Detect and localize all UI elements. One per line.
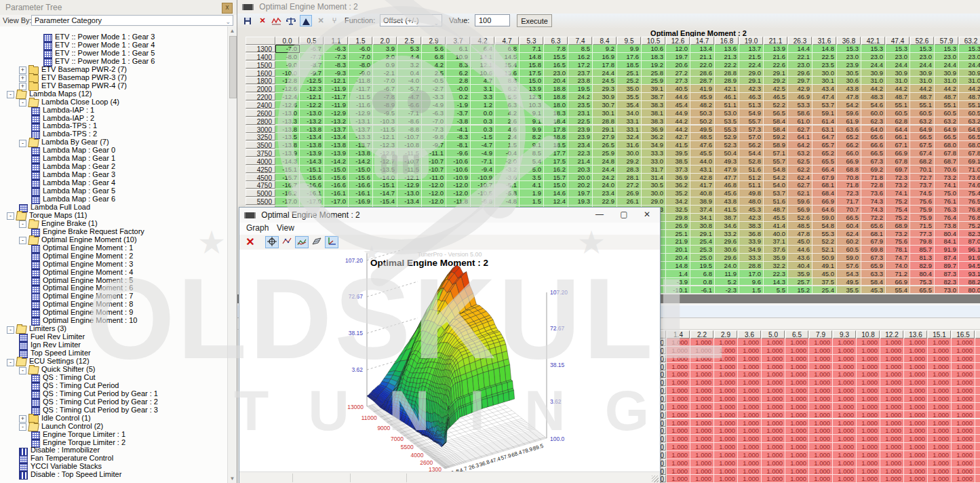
multiplier-cell[interactable]: 1.000 xyxy=(833,467,857,476)
map-cell[interactable]: 72.8 xyxy=(861,181,886,189)
map-cell[interactable]: -3.3 xyxy=(422,93,446,101)
map-cell[interactable]: 67.1 xyxy=(886,141,910,149)
map-cell[interactable]: 8.2 xyxy=(520,133,544,141)
map-cell[interactable]: 47.9 xyxy=(715,166,739,174)
map-cell[interactable]: 33.1 xyxy=(617,125,642,134)
map-cell[interactable]: -13.0 xyxy=(397,189,422,197)
map-cell[interactable]: 42.3 xyxy=(739,85,764,93)
multiplier-cell[interactable]: 1.000 xyxy=(785,347,809,355)
map-cell[interactable]: 79.8 xyxy=(910,237,935,246)
multiplier-cell[interactable]: 1.000 xyxy=(833,370,857,379)
map-cell[interactable]: 6.8 xyxy=(690,270,715,278)
map-cell[interactable]: -13.0 xyxy=(275,109,300,117)
map-cell[interactable]: -10.5 xyxy=(471,189,495,197)
map-cell[interactable]: 25.7 xyxy=(788,278,812,286)
map-cell[interactable]: 66.9 xyxy=(837,157,861,166)
map-cell[interactable]: 26.9 xyxy=(666,222,690,230)
map-cell[interactable]: 48.0 xyxy=(739,197,764,206)
multiplier-cell[interactable]: 1.000 xyxy=(975,355,980,363)
collapse-icon[interactable]: - xyxy=(7,359,14,366)
tree-item[interactable]: Optimal Engine Moment : 4 xyxy=(31,269,133,277)
multiplier-cell[interactable]: 1.000 xyxy=(667,443,690,451)
scroll-thumb[interactable] xyxy=(229,36,237,98)
multiplier-cell[interactable]: 1.000 xyxy=(714,347,738,355)
map-cell[interactable]: 70.7 xyxy=(837,206,861,214)
map-cell[interactable]: -12.1 xyxy=(373,133,397,141)
multiplier-cell[interactable]: 1.000 xyxy=(833,459,857,467)
map-cell[interactable]: 4.7 xyxy=(471,77,495,85)
map-cell[interactable]: 63.2 xyxy=(935,117,959,125)
map-cell[interactable]: -15.4 xyxy=(373,197,397,206)
map-cell[interactable]: 37.6 xyxy=(764,246,788,254)
multiplier-cell[interactable]: 1.000 xyxy=(904,355,928,363)
multiplier-cell[interactable]: 1.000 xyxy=(714,419,738,427)
multiplier-cell[interactable]: 1.000 xyxy=(857,339,880,347)
map-cell[interactable]: 18.8 xyxy=(544,133,568,141)
map-cell[interactable]: 23.5 xyxy=(812,61,837,69)
table-window-titlebar[interactable]: Optimal Engine Moment : 2 xyxy=(237,0,980,14)
map-cell[interactable]: 48.3 xyxy=(861,93,886,101)
multiplier-cell[interactable]: 1.000 xyxy=(738,411,762,419)
map-cell[interactable]: 40.8 xyxy=(690,189,715,197)
multiplier-cell[interactable]: 1.000 xyxy=(809,379,833,387)
multiplier-cell[interactable]: 1.000 xyxy=(785,427,809,435)
map-cell[interactable]: 73.0 xyxy=(935,286,959,294)
map-cell[interactable]: -16.1 xyxy=(324,189,349,197)
map-cell[interactable]: 45.0 xyxy=(812,270,837,278)
column-header[interactable]: 1.4 xyxy=(667,330,690,339)
map-cell[interactable]: 20.4 xyxy=(666,254,690,262)
multiplier-cell[interactable]: 1.000 xyxy=(952,419,975,427)
map-cell[interactable]: 39.1 xyxy=(642,85,666,93)
map-cell[interactable]: 45.9 xyxy=(690,93,715,101)
map-cell[interactable]: -16.1 xyxy=(300,189,324,197)
trace-icon[interactable] xyxy=(270,15,282,26)
map-cell[interactable]: 50.9 xyxy=(812,254,837,262)
row-header[interactable]: 2400 xyxy=(246,101,275,109)
map-cell[interactable]: 22.5 xyxy=(812,53,837,61)
multiplier-cell[interactable]: 1.000 xyxy=(857,395,880,403)
column-header[interactable]: 12.6 xyxy=(666,37,690,45)
map-cell[interactable]: 67.8 xyxy=(886,157,910,166)
map-cell[interactable]: 15.7 xyxy=(544,174,568,182)
map-cell[interactable]: 17.5 xyxy=(520,69,544,77)
map-cell[interactable]: -13.9 xyxy=(275,149,300,157)
map-cell[interactable]: 19.7 xyxy=(568,189,593,197)
map-cell[interactable]: 25.8 xyxy=(642,69,666,77)
multiplier-cell[interactable]: 1.000 xyxy=(690,467,714,476)
multiplier-cell[interactable]: 1.000 xyxy=(904,379,928,387)
map-cell[interactable]: -8.9 xyxy=(373,101,397,109)
map-cell[interactable]: -10.7 xyxy=(422,157,446,166)
map-cell[interactable]: -16.1 xyxy=(349,189,373,197)
map-cell[interactable]: 71.8 xyxy=(837,181,861,189)
map-cell[interactable]: -14.2 xyxy=(349,157,373,166)
column-header[interactable]: 9.3 xyxy=(833,330,856,339)
map-cell[interactable]: 24.0 xyxy=(715,262,739,270)
multiplier-cell[interactable]: 1.000 xyxy=(690,355,714,363)
map-cell[interactable]: 65.5 xyxy=(910,286,935,294)
map-cell[interactable]: 31.4 xyxy=(642,174,666,182)
map-cell[interactable]: 18.0 xyxy=(544,101,568,109)
multiplier-cell[interactable]: 1.000 xyxy=(880,339,904,347)
multiplier-cell[interactable]: 1.000 xyxy=(762,475,785,483)
map-cell[interactable]: 93.1 xyxy=(959,270,980,278)
map-cell[interactable]: 55.1 xyxy=(935,101,959,109)
map-cell[interactable]: 54.2 xyxy=(837,101,861,109)
map-cell[interactable]: 69.2 xyxy=(861,166,886,174)
multiplier-cell[interactable]: 1.000 xyxy=(928,427,952,435)
multiplier-cell[interactable]: 1.000 xyxy=(809,443,833,451)
map-cell[interactable]: 34.2 xyxy=(666,197,690,206)
map-cell[interactable]: -0.4 xyxy=(495,149,520,157)
multiplier-cell[interactable]: 1.000 xyxy=(738,403,762,411)
row-header[interactable]: 3250 xyxy=(246,133,275,140)
map-cell[interactable]: 68.9 xyxy=(886,222,910,230)
column-header[interactable]: 36.8 xyxy=(837,37,861,45)
map-cell[interactable]: 78.1 xyxy=(886,246,910,254)
map-cell[interactable]: 43.8 xyxy=(837,85,861,93)
multiplier-cell[interactable]: 1.000 xyxy=(833,443,857,451)
map-cell[interactable]: -13.8 xyxy=(300,125,324,134)
close-x-icon[interactable]: ✕ xyxy=(256,15,269,26)
map-cell[interactable]: 51.2 xyxy=(739,174,764,182)
map-cell[interactable]: 74.7 xyxy=(886,254,910,262)
multiplier-cell[interactable]: 1.000 xyxy=(952,370,975,379)
multiplier-cell[interactable]: 1.000 xyxy=(667,387,690,395)
